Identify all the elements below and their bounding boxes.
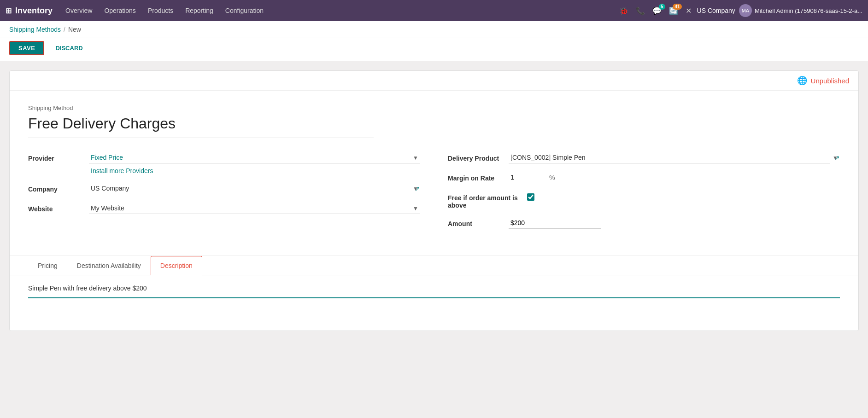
form-body: Shipping Method Free Delivery Charges Pr… xyxy=(10,91,858,251)
company-external-link-icon[interactable]: ↗ xyxy=(415,185,420,192)
install-providers-link[interactable]: Install more Providers xyxy=(91,167,153,174)
breadcrumb-parent[interactable]: Shipping Methods xyxy=(9,26,61,33)
amount-value xyxy=(509,217,840,229)
menu-overview[interactable]: Overview xyxy=(60,4,98,17)
margin-rate-input[interactable] xyxy=(509,172,545,183)
save-button[interactable]: SAVE xyxy=(9,41,44,55)
company-select[interactable]: US Company xyxy=(89,183,410,194)
free-if-above-value xyxy=(527,192,840,201)
tab-content-description: Simple Pen with free delivery above $200 xyxy=(10,275,858,331)
margin-rate-value: % xyxy=(509,172,840,183)
left-column: Provider Fixed Price ▼ Install more Prov… xyxy=(28,152,420,237)
tabs-bar: Pricing Destination Availability Descrip… xyxy=(10,256,858,275)
breadcrumb-separator: / xyxy=(64,26,65,33)
free-if-above-row: Free if order amount is above xyxy=(448,192,840,209)
company-name: US Company xyxy=(697,7,735,14)
right-column: Delivery Product [CONS_0002] Simple Pen … xyxy=(448,152,840,237)
website-select-wrapper: My Website ▼ xyxy=(89,203,420,214)
main-content: 🌐 Unpublished Shipping Method Free Deliv… xyxy=(0,61,868,340)
form-columns: Provider Fixed Price ▼ Install more Prov… xyxy=(28,152,840,237)
tabs-section: Pricing Destination Availability Descrip… xyxy=(10,255,858,331)
provider-select[interactable]: Fixed Price xyxy=(89,152,420,163)
topnav-right: 🐞 📞 💬 5 🔄 41 ✕ US Company MA Mitchell Ad… xyxy=(617,4,862,17)
bug-icon[interactable]: 🐞 xyxy=(617,5,630,17)
website-row: Website My Website ▼ xyxy=(28,203,420,214)
margin-row-inner: % xyxy=(509,172,840,183)
tab-destination-availability[interactable]: Destination Availability xyxy=(67,256,151,275)
globe-icon: 🌐 xyxy=(797,75,807,86)
messages-icon[interactable]: 💬 5 xyxy=(651,5,663,17)
company-value: US Company ▼ ↗ xyxy=(89,183,420,194)
amount-label: Amount xyxy=(448,217,503,227)
messages-badge: 5 xyxy=(659,4,665,10)
menu-reporting[interactable]: Reporting xyxy=(180,4,219,17)
provider-value: Fixed Price ▼ Install more Providers xyxy=(89,152,420,174)
discard-button[interactable]: DISCARD xyxy=(50,42,88,54)
menu-configuration[interactable]: Configuration xyxy=(220,4,269,17)
delivery-product-select[interactable]: [CONS_0002] Simple Pen xyxy=(509,152,830,163)
user-avatar: MA xyxy=(739,4,752,17)
company-label: Company xyxy=(28,183,83,193)
amount-input[interactable] xyxy=(509,217,601,229)
amount-row: Amount xyxy=(448,217,840,229)
provider-select-wrapper: Fixed Price ▼ xyxy=(89,152,420,163)
close-icon[interactable]: ✕ xyxy=(684,5,693,17)
description-text[interactable]: Simple Pen with free delivery above $200 xyxy=(28,284,840,292)
phone-icon[interactable]: 📞 xyxy=(634,5,647,17)
margin-rate-row: Margin on Rate % xyxy=(448,172,840,183)
tab-description[interactable]: Description xyxy=(151,256,202,275)
brand-name: Inventory xyxy=(15,6,53,16)
top-navigation: ⊞ Inventory Overview Operations Products… xyxy=(0,0,868,21)
grid-icon: ⊞ xyxy=(6,6,12,15)
provider-row: Provider Fixed Price ▼ Install more Prov… xyxy=(28,152,420,174)
tab-pricing[interactable]: Pricing xyxy=(28,256,67,275)
delivery-product-label: Delivery Product xyxy=(448,152,503,162)
menu-operations[interactable]: Operations xyxy=(99,4,141,17)
form-title[interactable]: Free Delivery Charges xyxy=(28,115,374,138)
free-if-above-checkbox[interactable] xyxy=(527,193,534,201)
breadcrumb-bar: Shipping Methods / New xyxy=(0,21,868,37)
website-select[interactable]: My Website xyxy=(89,203,420,214)
delivery-product-external-icon[interactable]: ↗ xyxy=(834,154,840,162)
website-value: My Website ▼ xyxy=(89,203,420,214)
action-bar: SAVE DISCARD xyxy=(0,37,868,61)
margin-rate-label: Margin on Rate xyxy=(448,172,503,182)
publish-status: Unpublished xyxy=(811,77,849,85)
top-menu: Overview Operations Products Reporting C… xyxy=(60,4,616,17)
description-underline xyxy=(28,297,840,298)
breadcrumb-current: New xyxy=(68,26,81,33)
free-if-above-checkbox-wrapper xyxy=(527,192,840,201)
user-name: Mitchell Admin (17590876-saas-15-2-a... xyxy=(755,7,862,14)
form-card: 🌐 Unpublished Shipping Method Free Deliv… xyxy=(9,70,859,331)
menu-products[interactable]: Products xyxy=(142,4,179,17)
company-row: Company US Company ▼ ↗ xyxy=(28,183,420,194)
activities-badge: 41 xyxy=(673,4,681,10)
delivery-product-row: Delivery Product [CONS_0002] Simple Pen … xyxy=(448,152,840,163)
company-select-wrapper: US Company ▼ ↗ xyxy=(89,183,420,194)
section-label: Shipping Method xyxy=(28,104,840,111)
breadcrumb: Shipping Methods / New xyxy=(9,26,859,33)
provider-label: Provider xyxy=(28,152,83,162)
percent-label: % xyxy=(549,174,555,181)
website-label: Website xyxy=(28,203,83,213)
activities-icon[interactable]: 🔄 41 xyxy=(667,5,680,17)
delivery-product-select-wrapper: [CONS_0002] Simple Pen ▼ ↗ xyxy=(509,152,840,163)
delivery-product-value: [CONS_0002] Simple Pen ▼ ↗ xyxy=(509,152,840,163)
user-info[interactable]: MA Mitchell Admin (17590876-saas-15-2-a.… xyxy=(739,4,862,17)
publish-toggle[interactable]: 🌐 Unpublished xyxy=(797,75,849,86)
brand-logo[interactable]: ⊞ Inventory xyxy=(6,6,53,16)
publish-bar: 🌐 Unpublished xyxy=(10,71,858,91)
free-if-above-label: Free if order amount is above xyxy=(448,192,522,209)
